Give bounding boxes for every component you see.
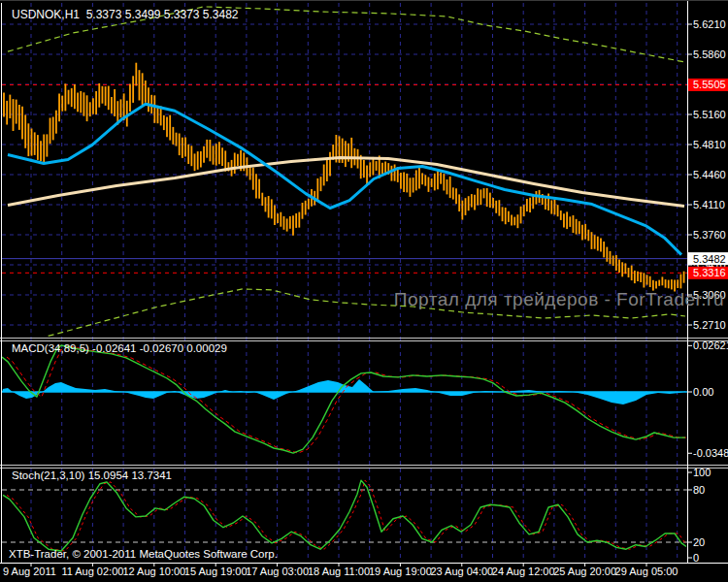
time-axis[interactable]: 9 Aug 201111 Aug 02:0012 Aug 10:0015 Aug… [3, 563, 678, 577]
stoch-indicator-label: Stoch(21,3,10) 15.0954 13.7341 [12, 469, 172, 481]
price-axis-label: 5.6210 [693, 18, 726, 30]
stoch-axis-label: 0 [693, 552, 699, 564]
time-axis-label: 19 Aug 19:00 [369, 566, 432, 577]
price-axis-label: 5.4810 [693, 139, 726, 150]
macd-axis-label: -0.0348 [693, 447, 728, 459]
stoch-axis-label: 100 [693, 467, 711, 478]
time-axis-label: 23 Aug 04:00 [430, 566, 493, 577]
time-axis-label: 17 Aug 03:00 [246, 566, 309, 577]
price-axis-label: 5.2710 [693, 319, 726, 331]
time-axis-label: 15 Aug 19:00 [184, 566, 248, 577]
time-axis-label: 11 Aug 02:00 [61, 566, 123, 577]
time-axis-label: 12 Aug 10:00 [122, 566, 185, 577]
time-axis-label: 9 Aug 2011 [3, 566, 56, 577]
price-axis-label: 5.5160 [693, 109, 726, 120]
time-axis-label: 24 Aug 12:00 [492, 566, 555, 577]
time-axis-label: 25 Aug 20:00 [553, 566, 616, 577]
macd-axis-label: 0.02621 [693, 340, 728, 351]
price-axis-label: 5.3760 [693, 229, 726, 241]
copyright-text: XTB-Trader, © 2001-2011 MetaQuotes Softw… [9, 548, 278, 560]
chart-title-overlay: USDNOK,H1 5.3373 5.3499 5.3373 5.3482 [12, 8, 239, 21]
price-axis-label: 5.5860 [693, 48, 726, 60]
price-marker-label: 5.3316 [693, 267, 726, 278]
time-axis-label: 29 Aug 05:00 [615, 566, 678, 577]
macd-axis-label: 0.00 [693, 386, 713, 398]
time-axis-label: 18 Aug 11:00 [308, 566, 370, 577]
watermark-text: Портал для трейдеров - ForTrader.ru [394, 289, 724, 310]
price-axis-label: 5.4460 [693, 169, 726, 180]
chart-window: 5.62105.58605.55105.51605.48105.44605.41… [0, 0, 728, 582]
price-marker-label: 5.5505 [693, 79, 726, 90]
stoch-axis-label: 80 [693, 484, 705, 496]
stoch-axis-label: 20 [693, 536, 705, 548]
price-marker-label: 5.3482 [693, 253, 726, 265]
macd-indicator-label: MACD(34,89,5) -0.02641 -0.02670 0.00029 [12, 342, 227, 354]
price-axis-label: 5.4110 [693, 199, 725, 210]
